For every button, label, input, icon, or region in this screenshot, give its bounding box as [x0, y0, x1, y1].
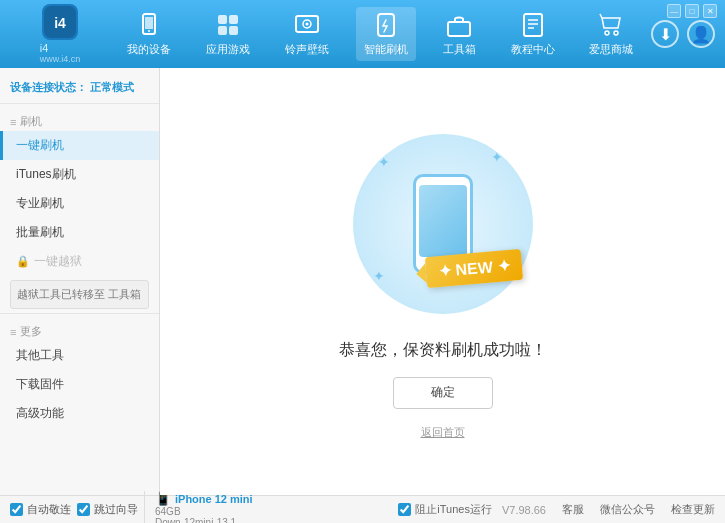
jailbreak-notice-text: 越狱工具已转移至 工具箱 [17, 288, 141, 300]
nav-ringtones[interactable]: 铃声壁纸 [277, 7, 337, 61]
auto-connect-checkbox-group: 自动敬连 [10, 502, 71, 517]
svg-point-19 [614, 31, 618, 35]
auto-connect-label: 自动敬连 [27, 502, 71, 517]
itunes-label: 阻止iTunes运行 [415, 502, 492, 517]
logo-icon: i4 [42, 4, 78, 40]
store-icon [597, 11, 625, 39]
svg-rect-6 [229, 15, 238, 24]
svg-rect-13 [448, 22, 470, 36]
svg-point-4 [148, 30, 150, 32]
nav-toolbox[interactable]: 工具箱 [435, 7, 484, 61]
sidebar-advanced[interactable]: 高级功能 [0, 399, 159, 428]
skip-wizard-label: 跳过向导 [94, 502, 138, 517]
svg-rect-5 [218, 15, 227, 24]
jailbreak-locked-label: 一键越狱 [34, 253, 82, 270]
status-value: 正常模式 [90, 81, 134, 93]
top-nav: — □ ✕ i4 i4 www.i4.cn 我的设备 [0, 0, 725, 68]
itunes-stop-checkbox[interactable] [398, 503, 411, 516]
smart-flash-icon [372, 11, 400, 39]
phone-screen [419, 185, 467, 257]
wechat-public-link[interactable]: 微信公众号 [600, 502, 655, 517]
user-btn[interactable]: 👤 [687, 20, 715, 48]
nav-toolbox-label: 工具箱 [443, 42, 476, 57]
section-flash-icon: ≡ [10, 116, 16, 128]
svg-point-18 [605, 31, 609, 35]
nav-apps-label: 应用游戏 [206, 42, 250, 57]
nav-tutorial[interactable]: 教程中心 [503, 7, 563, 61]
section-more-header: ≡ 更多 [0, 318, 159, 341]
sparkle-2: ✦ [491, 149, 503, 165]
apps-icon [214, 11, 242, 39]
device-status: 设备连接状态： 正常模式 [0, 76, 159, 104]
check-update-link[interactable]: 检查更新 [671, 502, 715, 517]
section-flash-header: ≡ 刷机 [0, 108, 159, 131]
sidebar-other-tools[interactable]: 其他工具 [0, 341, 159, 370]
content-area: ✦ ✦ ✦ ✦ NEW ✦ 恭喜您，保资料刷机成功啦！ [160, 68, 725, 495]
toolbox-icon [445, 11, 473, 39]
onekey-flash-label: 一键刷机 [16, 137, 64, 154]
window-controls: — □ ✕ [667, 4, 717, 18]
itunes-flash-label: iTunes刷机 [16, 166, 76, 183]
logo-area: i4 i4 www.i4.cn [10, 4, 110, 64]
auto-connect-checkbox[interactable] [10, 503, 23, 516]
confirm-button[interactable]: 确定 [393, 377, 493, 409]
sidebar-jailbreak-locked: 🔒 一键越狱 [0, 247, 159, 276]
batch-flash-label: 批量刷机 [16, 224, 64, 241]
sparkle-3: ✦ [373, 268, 385, 284]
skip-wizard-checkbox[interactable] [77, 503, 90, 516]
svg-rect-3 [145, 17, 153, 29]
nav-items: 我的设备 应用游戏 铃声壁纸 [110, 7, 651, 61]
sidebar-batch-flash[interactable]: 批量刷机 [0, 218, 159, 247]
device-capacity: 64GB [155, 506, 253, 517]
svg-rect-8 [229, 26, 238, 35]
skip-wizard-checkbox-group: 跳过向导 [77, 502, 138, 517]
status-label: 设备连接状态： [10, 81, 87, 93]
my-device-icon [135, 11, 163, 39]
minimize-btn[interactable]: — [667, 4, 681, 18]
itunes-running: 阻止iTunes运行 [398, 502, 492, 517]
phone-circle-bg: ✦ ✦ ✦ ✦ NEW ✦ [353, 134, 533, 314]
nav-smart-flash[interactable]: 智能刷机 [356, 7, 416, 61]
close-btn[interactable]: ✕ [703, 4, 717, 18]
sidebar: 设备连接状态： 正常模式 ≡ 刷机 一键刷机 iTunes刷机 专业刷机 批量刷… [0, 68, 160, 495]
lock-icon: 🔒 [16, 255, 30, 268]
ringtones-icon [293, 11, 321, 39]
bottom-left: 自动敬连 跳过向导 📱 iPhone 12 mini 64GB Down-12m… [10, 491, 388, 523]
download-btn[interactable]: ⬇ [651, 20, 679, 48]
nav-store[interactable]: 爱思商城 [581, 7, 641, 61]
nav-apps-games[interactable]: 应用游戏 [198, 7, 258, 61]
sidebar-onekey-flash[interactable]: 一键刷机 [0, 131, 159, 160]
success-container: ✦ ✦ ✦ ✦ NEW ✦ 恭喜您，保资料刷机成功啦！ [339, 124, 547, 440]
download-firmware-label: 下载固件 [16, 376, 64, 393]
svg-line-20 [600, 14, 602, 18]
device-detail: Down-12mini-13,1 [155, 517, 253, 523]
sidebar-pro-flash[interactable]: 专业刷机 [0, 189, 159, 218]
tutorial-icon [519, 11, 547, 39]
jailbreak-notice: 越狱工具已转移至 工具箱 [10, 280, 149, 309]
sidebar-itunes-flash[interactable]: iTunes刷机 [0, 160, 159, 189]
restore-btn[interactable]: □ [685, 4, 699, 18]
svg-point-11 [306, 23, 309, 26]
version-text: V7.98.66 [502, 504, 546, 516]
main-layout: 设备连接状态： 正常模式 ≡ 刷机 一键刷机 iTunes刷机 专业刷机 批量刷… [0, 68, 725, 495]
nav-my-device[interactable]: 我的设备 [119, 7, 179, 61]
nav-smart-flash-label: 智能刷机 [364, 42, 408, 57]
other-tools-label: 其他工具 [16, 347, 64, 364]
advanced-label: 高级功能 [16, 405, 64, 422]
bottom-right: V7.98.66 客服 微信公众号 检查更新 [502, 502, 715, 517]
bottom-bar: 自动敬连 跳过向导 📱 iPhone 12 mini 64GB Down-12m… [0, 495, 725, 523]
sparkle-1: ✦ [378, 154, 390, 170]
section-more-label: 更多 [20, 324, 42, 339]
nav-right-buttons: ⬇ 👤 [651, 20, 715, 48]
nav-my-device-label: 我的设备 [127, 42, 171, 57]
nav-tutorial-label: 教程中心 [511, 42, 555, 57]
pro-flash-label: 专业刷机 [16, 195, 64, 212]
sidebar-divider [0, 313, 159, 314]
sidebar-download-firmware[interactable]: 下载固件 [0, 370, 159, 399]
nav-ringtones-label: 铃声壁纸 [285, 42, 329, 57]
nav-store-label: 爱思商城 [589, 42, 633, 57]
svg-rect-12 [378, 14, 394, 36]
return-link[interactable]: 返回首页 [421, 425, 465, 440]
customer-service-link[interactable]: 客服 [562, 502, 584, 517]
section-more-icon: ≡ [10, 326, 16, 338]
